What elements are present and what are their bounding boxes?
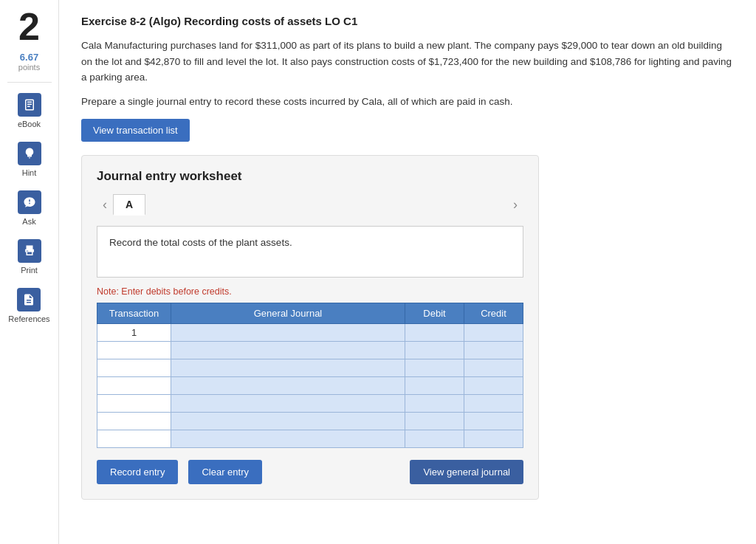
debit-input[interactable] bbox=[405, 430, 464, 447]
journal-input[interactable] bbox=[171, 430, 405, 447]
tab-prev-button[interactable]: ‹ bbox=[97, 197, 113, 213]
sidebar-item-ask[interactable]: Ask bbox=[18, 190, 41, 226]
credit-cell[interactable] bbox=[464, 359, 523, 376]
debit-input[interactable] bbox=[405, 395, 464, 412]
col-header-journal: General Journal bbox=[171, 303, 405, 323]
transaction-cell bbox=[97, 430, 171, 447]
hint-label: Hint bbox=[22, 168, 37, 177]
instruction-box: Record the total costs of the plant asse… bbox=[97, 226, 523, 278]
journal-input[interactable] bbox=[171, 395, 405, 412]
journal-table: Transaction General Journal Debit Credit… bbox=[97, 303, 523, 448]
transaction-cell: 1 bbox=[97, 323, 171, 341]
points-value: 6.67 bbox=[20, 52, 38, 63]
credit-input[interactable] bbox=[464, 413, 523, 430]
journal-input[interactable] bbox=[171, 377, 405, 394]
credit-cell[interactable] bbox=[464, 376, 523, 394]
clear-entry-button[interactable]: Clear entry bbox=[188, 460, 262, 484]
credit-cell[interactable] bbox=[464, 341, 523, 359]
debit-cell[interactable] bbox=[405, 341, 464, 359]
sidebar-item-print[interactable]: Print bbox=[18, 239, 41, 275]
doc-icon bbox=[17, 288, 41, 311]
action-buttons: Record entry Clear entry View general jo… bbox=[97, 460, 523, 484]
sidebar-item-ebook[interactable]: eBook bbox=[18, 93, 41, 128]
debit-cell[interactable] bbox=[405, 323, 464, 341]
record-entry-button[interactable]: Record entry bbox=[97, 460, 178, 484]
debit-input[interactable] bbox=[405, 359, 464, 376]
journal-cell[interactable] bbox=[171, 376, 405, 394]
transaction-cell bbox=[97, 341, 171, 359]
points-label: points bbox=[18, 63, 40, 72]
journal-cell[interactable] bbox=[171, 341, 405, 359]
chat-icon bbox=[18, 190, 41, 214]
table-row bbox=[97, 412, 523, 430]
table-row bbox=[97, 359, 523, 376]
credit-input[interactable] bbox=[464, 342, 523, 359]
debit-cell[interactable] bbox=[405, 394, 464, 412]
col-header-credit: Credit bbox=[464, 303, 523, 323]
problem-number: 2 bbox=[18, 7, 40, 46]
note-text: Note: Enter debits before credits. bbox=[97, 286, 523, 297]
debit-input[interactable] bbox=[405, 377, 464, 394]
debit-input[interactable] bbox=[405, 342, 464, 359]
journal-cell[interactable] bbox=[171, 394, 405, 412]
journal-input[interactable] bbox=[171, 342, 405, 359]
references-label: References bbox=[8, 314, 49, 323]
table-row bbox=[97, 430, 523, 447]
exercise-title: Exercise 8-2 (Algo) Recording costs of a… bbox=[81, 15, 734, 27]
worksheet-title: Journal entry worksheet bbox=[97, 169, 523, 184]
ebook-label: eBook bbox=[18, 120, 41, 128]
prepare-text: Prepare a single journal entry to record… bbox=[81, 96, 734, 107]
book-icon bbox=[18, 93, 41, 117]
debit-cell[interactable] bbox=[405, 359, 464, 376]
transaction-cell bbox=[97, 412, 171, 430]
col-header-debit: Debit bbox=[405, 303, 464, 323]
tab-next-button[interactable]: › bbox=[507, 197, 523, 213]
sidebar-item-hint[interactable]: Hint bbox=[18, 142, 41, 177]
credit-input[interactable] bbox=[464, 377, 523, 394]
problem-text-1: Cala Manufacturing purchases land for $3… bbox=[81, 38, 734, 86]
worksheet-box: Journal entry worksheet ‹ A › Record the… bbox=[81, 155, 539, 500]
credit-cell[interactable] bbox=[464, 430, 523, 447]
table-row bbox=[97, 341, 523, 359]
journal-cell[interactable] bbox=[171, 430, 405, 447]
credit-cell[interactable] bbox=[464, 394, 523, 412]
sidebar-item-references[interactable]: References bbox=[8, 288, 49, 323]
journal-cell[interactable] bbox=[171, 359, 405, 376]
col-header-transaction: Transaction bbox=[97, 303, 171, 323]
print-label: Print bbox=[21, 266, 38, 275]
credit-cell[interactable] bbox=[464, 323, 523, 341]
debit-cell[interactable] bbox=[405, 412, 464, 430]
print-icon bbox=[18, 239, 41, 263]
debit-input[interactable] bbox=[405, 413, 464, 430]
credit-input[interactable] bbox=[464, 359, 523, 376]
journal-cell[interactable] bbox=[171, 412, 405, 430]
tab-row: ‹ A › bbox=[97, 194, 523, 216]
tab-a[interactable]: A bbox=[113, 194, 145, 216]
table-row bbox=[97, 394, 523, 412]
credit-input[interactable] bbox=[464, 430, 523, 447]
transaction-cell bbox=[97, 376, 171, 394]
credit-cell[interactable] bbox=[464, 412, 523, 430]
sidebar: 2 6.67 points eBook Hint bbox=[0, 0, 59, 544]
credit-input[interactable] bbox=[464, 324, 523, 341]
main-content: Exercise 8-2 (Algo) Recording costs of a… bbox=[59, 0, 756, 544]
credit-input[interactable] bbox=[464, 395, 523, 412]
journal-input[interactable] bbox=[171, 359, 405, 376]
journal-cell[interactable] bbox=[171, 323, 405, 341]
transaction-cell bbox=[97, 359, 171, 376]
debit-cell[interactable] bbox=[405, 430, 464, 447]
instruction-text: Record the total costs of the plant asse… bbox=[109, 237, 292, 248]
debit-input[interactable] bbox=[405, 324, 464, 341]
view-general-journal-button[interactable]: View general journal bbox=[410, 460, 523, 484]
lightbulb-icon bbox=[18, 142, 41, 165]
table-row bbox=[97, 376, 523, 394]
table-row: 1 bbox=[97, 323, 523, 341]
ask-label: Ask bbox=[22, 217, 35, 226]
journal-input[interactable] bbox=[171, 413, 405, 430]
debit-cell[interactable] bbox=[405, 376, 464, 394]
transaction-cell bbox=[97, 394, 171, 412]
view-transaction-button[interactable]: View transaction list bbox=[81, 119, 190, 142]
journal-input[interactable] bbox=[171, 324, 405, 341]
